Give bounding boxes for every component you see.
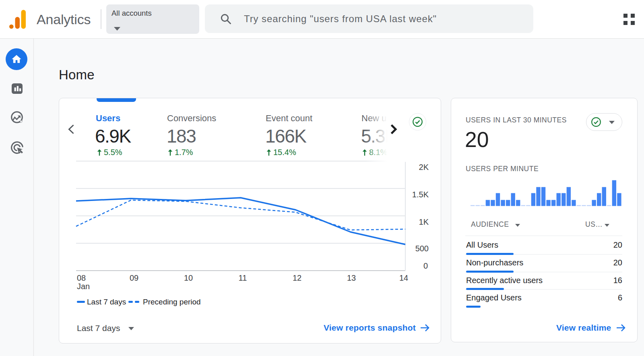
svg-text:0: 0 — [423, 261, 428, 270]
svg-text:2K: 2K — [419, 163, 429, 172]
svg-text:11: 11 — [239, 273, 247, 282]
svg-text:13: 13 — [347, 273, 356, 282]
svg-text:1.5K: 1.5K — [412, 190, 429, 199]
svg-text:14: 14 — [399, 273, 408, 282]
svg-text:08: 08 — [77, 273, 86, 282]
svg-text:500: 500 — [415, 244, 429, 253]
svg-text:12: 12 — [293, 273, 301, 282]
svg-text:09: 09 — [130, 273, 138, 282]
svg-text:1K: 1K — [419, 217, 429, 226]
svg-text:10: 10 — [184, 273, 193, 282]
svg-text:Jan: Jan — [77, 282, 90, 291]
